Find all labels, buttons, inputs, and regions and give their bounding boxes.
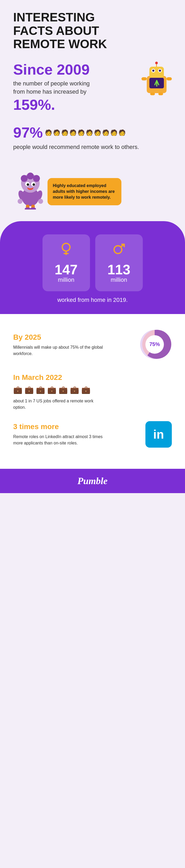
page-wrapper: INTERESTING FACTS ABOUT REMOTE WORK Sinc…: [0, 0, 185, 493]
worked-text: worked from home in 2019.: [13, 297, 172, 304]
threetimes-text: Remote roles on LinkedIn attract almost …: [13, 434, 103, 446]
quote-section: Highly educated employed adults with hig…: [0, 159, 185, 221]
march2022-text: about 1 in 7 US jobs offered a remote wo…: [13, 398, 103, 411]
person-icon-7: 🧑: [94, 129, 101, 136]
linkedin-badge: in: [145, 421, 172, 447]
person-icon-10: 🧑: [118, 129, 125, 136]
footer-section: Pumble: [0, 469, 185, 493]
svg-point-7: [159, 69, 161, 72]
female-unit: million: [52, 276, 81, 283]
march2022-section: In March 2022 💼 💼 💼 💼 💼 💼 💼 about 1 in 7…: [13, 373, 172, 411]
svg-point-28: [38, 199, 43, 204]
svg-point-31: [25, 208, 31, 210]
threetimes-section: 3 times more Remote roles on LinkedIn at…: [13, 421, 172, 447]
robot-illustration: [140, 61, 175, 96]
briefcase-dim-2: 💼: [36, 385, 45, 394]
svg-rect-12: [150, 93, 155, 95]
since-percent: 159%.: [13, 96, 98, 113]
threetimes-heading: 3 times more: [13, 423, 103, 431]
people-icons: 🧑 🧑 🧑 🧑 🧑 🧑 🧑 🧑 🧑 🧑: [45, 129, 125, 136]
briefcase-dim-5: 💼: [70, 385, 79, 394]
since-text: the number of people working from home h…: [13, 80, 98, 96]
svg-rect-10: [142, 77, 147, 81]
by2025-heading: By 2025: [13, 333, 103, 342]
svg-point-33: [62, 243, 70, 251]
wave-background: 147 million 113 million work: [0, 221, 185, 314]
stats-row: 147 million 113 million: [13, 235, 172, 291]
person-icon-8: 🧑: [102, 129, 109, 136]
male-unit: million: [105, 276, 134, 283]
quote-bubble: Highly educated employed adults with hig…: [47, 178, 121, 205]
briefcase-dim-1: 💼: [25, 385, 34, 394]
female-icon: [52, 242, 81, 260]
linkedin-logo-text: in: [153, 427, 164, 441]
svg-text:75%: 75%: [149, 341, 160, 347]
svg-point-32: [30, 208, 36, 210]
svg-rect-11: [166, 77, 172, 81]
female-stat-card: 147 million: [42, 235, 90, 291]
person-icon-5: 🧑: [78, 129, 85, 136]
by2025-row: By 2025 Millennials will make up about 7…: [13, 327, 172, 363]
briefcase-dim-6: 💼: [81, 385, 90, 394]
svg-point-5: [152, 69, 154, 72]
briefcase-dim-3: 💼: [47, 385, 57, 394]
wave-section: 147 million 113 million work: [0, 221, 185, 314]
person-icon-2: 🧑: [53, 129, 60, 136]
svg-point-22: [33, 183, 35, 186]
svg-point-16: [21, 175, 28, 182]
male-number: 113: [105, 263, 134, 276]
svg-point-17: [33, 175, 40, 182]
briefcase-highlight: 💼: [13, 385, 23, 394]
svg-rect-1: [149, 67, 164, 78]
briefcase-dim-4: 💼: [59, 385, 68, 394]
male-stat-card: 113 million: [95, 235, 143, 291]
person-icon-3: 🧑: [61, 129, 68, 136]
person-icon-1: 🧑: [45, 129, 52, 136]
title-section: INTERESTING FACTS ABOUT REMOTE WORK: [0, 0, 185, 56]
since-section: Since 2009 the number of people working …: [0, 56, 185, 121]
svg-point-18: [27, 173, 34, 179]
svg-rect-13: [158, 93, 163, 95]
svg-point-21: [27, 183, 29, 186]
recommend-text: people would recommend remote work to ot…: [13, 143, 172, 151]
by2025-section: By 2025 Millennials will make up about 7…: [13, 327, 172, 363]
stat97-number: 97%: [13, 124, 43, 141]
character-figure: [13, 164, 50, 211]
pie-chart: 75%: [138, 327, 172, 363]
march2022-heading: In March 2022: [13, 373, 172, 382]
linkedin-row: 3 times more Remote roles on LinkedIn at…: [13, 421, 172, 447]
bottom-section: By 2025 Millennials will make up about 7…: [0, 314, 185, 469]
svg-point-24: [28, 186, 33, 188]
main-title: INTERESTING FACTS ABOUT REMOTE WORK: [13, 10, 172, 51]
briefcase-row: 💼 💼 💼 💼 💼 💼 💼: [13, 385, 172, 394]
by2025-text: Millennials will make up about 75% of th…: [13, 344, 103, 357]
person-icon-6: 🧑: [86, 129, 93, 136]
male-icon: [105, 242, 134, 260]
female-number: 147: [52, 263, 81, 276]
brand-name: Pumble: [7, 475, 178, 487]
svg-point-9: [155, 62, 158, 64]
svg-point-27: [18, 199, 23, 204]
stat97-section: 97% 🧑 🧑 🧑 🧑 🧑 🧑 🧑 🧑 🧑 🧑 people would rec…: [0, 121, 185, 159]
person-icon-9: 🧑: [110, 129, 117, 136]
person-icon-4: 🧑: [69, 129, 77, 136]
